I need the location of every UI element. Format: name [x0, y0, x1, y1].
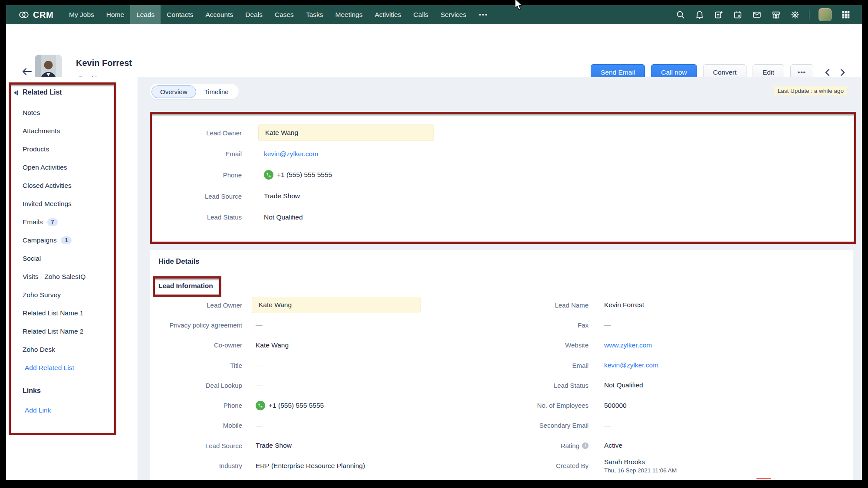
sidebar-item-products[interactable]: Products [6, 140, 138, 158]
field-label: Phone [156, 402, 242, 409]
nav-item-activities[interactable]: Activities [368, 5, 407, 24]
sidebar-item-open-activities[interactable]: Open Activities [6, 158, 138, 177]
nav-item-cases[interactable]: Cases [269, 5, 300, 24]
sidebar-item-campaigns[interactable]: Campaigns1 [6, 231, 138, 249]
field-row-title: Title— [156, 355, 451, 375]
nav-overflow-icon[interactable] [472, 14, 494, 16]
sidebar-item-attachments[interactable]: Attachments [6, 122, 138, 140]
crm-logo[interactable]: CRM [6, 10, 63, 20]
nav-menu: My JobsHomeLeadsContactsAccountsDealsCas… [63, 5, 472, 24]
hide-details-toggle[interactable]: Hide Details [158, 257, 199, 265]
nav-item-accounts[interactable]: Accounts [200, 5, 240, 24]
calendar-icon[interactable] [733, 10, 743, 20]
empty-value: — [604, 422, 611, 429]
add-related-list-button[interactable]: Add Related List [6, 359, 138, 377]
annotation-red-dash [756, 478, 771, 479]
related-list-items: NotesAttachmentsProductsOpen ActivitiesC… [6, 104, 138, 377]
sidebar-item-label: Zoho Survey [23, 291, 61, 299]
next-record-icon[interactable] [840, 69, 845, 76]
sidebar-item-label: Invited Meetings [23, 200, 72, 208]
value-link[interactable]: kevin@zylker.com [264, 150, 318, 158]
sidebar-item-label: Open Activities [23, 164, 67, 171]
field-row-lead-source: Lead SourceTrade Show [152, 186, 854, 207]
sidebar-item-visits-zoho-salesiq[interactable]: Visits - Zoho SalesIQ [6, 268, 138, 286]
field-label: Lead Status [458, 382, 589, 389]
phone-call-icon[interactable] [264, 170, 273, 180]
field-label: Industry [156, 462, 242, 469]
nav-item-home[interactable]: Home [100, 5, 130, 24]
empty-value: — [256, 321, 263, 329]
field-row-lead-source: Lead SourceTrade Show [156, 436, 451, 455]
owner-lookup-field[interactable]: Kate Wang [258, 124, 434, 141]
phone-number[interactable]: +1 (555) 555 5555 [277, 171, 332, 179]
related-list-sidebar: Related List NotesAttachmentsProductsOpe… [6, 77, 138, 480]
last-update-badge: Last Update : a while ago [774, 86, 847, 95]
nav-item-services[interactable]: Services [434, 5, 472, 24]
count-badge: 7 [47, 218, 58, 226]
back-arrow-icon[interactable] [22, 68, 32, 75]
field-row-lead-owner: Lead OwnerKate Wang [156, 295, 451, 315]
tab-overview[interactable]: Overview [151, 85, 196, 98]
field-value: www.zylker.com [604, 341, 652, 349]
add-link-button[interactable]: Add Link [25, 406, 51, 414]
field-label: Privacy policy agreement [156, 321, 242, 329]
nav-item-calls[interactable]: Calls [408, 5, 434, 24]
phone-number[interactable]: +1 (555) 555 5555 [269, 402, 324, 409]
main-content: Overview Timeline Last Update : a while … [138, 77, 862, 480]
section-title-lead-information: Lead Information [158, 282, 213, 290]
field-label: Email [458, 362, 589, 369]
info-icon[interactable]: i [582, 442, 589, 449]
field-label: Co-owner [156, 341, 242, 349]
phone-call-icon[interactable] [256, 401, 265, 410]
sidebar-item-zoho-survey[interactable]: Zoho Survey [6, 286, 138, 304]
sidebar-item-label: Related List Name 2 [23, 328, 83, 335]
bell-icon[interactable] [694, 10, 704, 20]
field-label: Deal Lookup [156, 382, 242, 389]
created-timestamp: Thu, 16 Sep 2021 11:06 AM [604, 467, 677, 474]
search-icon[interactable] [675, 10, 685, 20]
value-link[interactable]: www.zylker.com [604, 341, 652, 349]
sidebar-item-social[interactable]: Social [6, 249, 138, 268]
sidebar-item-invited-meetings[interactable]: Invited Meetings [6, 195, 138, 213]
nav-item-contacts[interactable]: Contacts [161, 5, 199, 24]
settings-icon[interactable] [790, 10, 800, 20]
collapse-sidebar-icon[interactable] [13, 90, 19, 96]
created-by-name: Sarah Brooks [604, 458, 677, 466]
field-value: Kate Wang [252, 297, 421, 313]
field-row-fax: Fax— [458, 315, 853, 335]
sidebar-item-emails[interactable]: Emails7 [6, 213, 138, 231]
sidebar-item-label: Visits - Zoho SalesIQ [23, 273, 85, 281]
field-row-lead-status: Lead StatusNot Qualified [458, 375, 853, 395]
apps-grid-icon[interactable] [841, 10, 851, 20]
field-value: — [604, 422, 611, 429]
mail-icon[interactable] [752, 10, 762, 20]
field-row-website: Websitewww.zylker.com [458, 335, 853, 355]
nav-item-my-jobs[interactable]: My Jobs [63, 5, 100, 24]
nav-item-deals[interactable]: Deals [239, 5, 269, 24]
field-label: Created By [458, 462, 589, 469]
value-link[interactable]: kevin@zylker.com [604, 361, 658, 369]
tab-timeline[interactable]: Timeline [196, 85, 237, 98]
feeds-icon[interactable] [713, 10, 723, 20]
sidebar-item-closed-activities[interactable]: Closed Activities [6, 177, 138, 195]
previous-record-icon[interactable] [825, 69, 830, 76]
user-avatar[interactable] [819, 8, 832, 21]
field-row-lead-name: Lead NameKevin Forrest [458, 295, 853, 315]
nav-item-meetings[interactable]: Meetings [329, 5, 369, 24]
field-value: Kevin Forrest [604, 301, 644, 309]
crm-window: CRM My JobsHomeLeadsContactsAccountsDeal… [6, 5, 862, 480]
sidebar-item-zoho-desk[interactable]: Zoho Desk [6, 341, 138, 359]
field-value: +1 (555) 555 5555 [256, 401, 324, 410]
field-label: Lead Status [152, 213, 242, 221]
nav-item-tasks[interactable]: Tasks [300, 5, 329, 24]
links-title: Links [23, 387, 41, 395]
sidebar-item-notes[interactable]: Notes [6, 104, 138, 122]
owner-lookup-field[interactable]: Kate Wang [252, 297, 421, 313]
field-value: — [604, 321, 611, 329]
sidebar-item-related-list-name-2[interactable]: Related List Name 2 [6, 322, 138, 341]
field-value: kevin@zylker.com [604, 361, 658, 369]
marketplace-icon[interactable] [771, 10, 781, 20]
nav-item-leads[interactable]: Leads [130, 5, 161, 24]
sidebar-item-related-list-name-1[interactable]: Related List Name 1 [6, 304, 138, 322]
page-title: Kevin Forrest [76, 58, 132, 68]
